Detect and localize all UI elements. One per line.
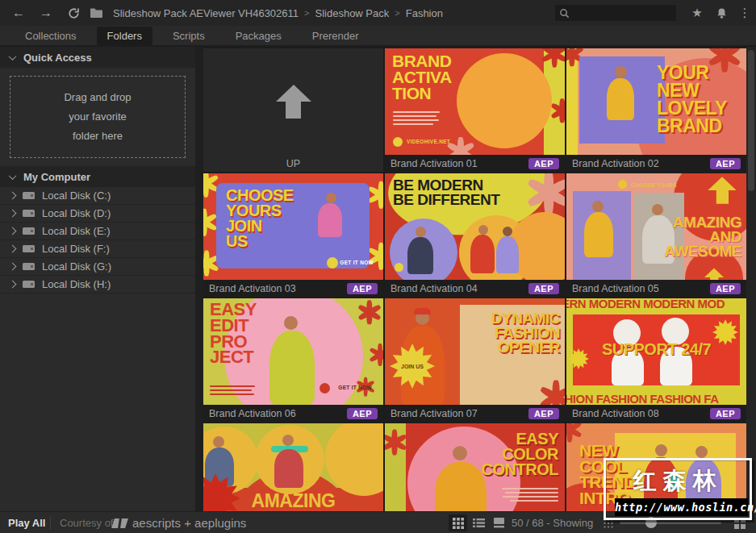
sidebar-item-local-disk-d[interactable]: Local Disk (D:) bbox=[0, 205, 195, 223]
tab-packages[interactable]: Packages bbox=[225, 27, 292, 45]
site-label: VIDEOHIVE.NET bbox=[407, 139, 450, 144]
aep-badge: AEP bbox=[528, 408, 559, 419]
grid-item-brand-activation-04[interactable]: BE MODERN BE DIFFERENT Brand Activation … bbox=[385, 173, 565, 297]
asterisk-shape bbox=[550, 98, 565, 123]
aep-badge: AEP bbox=[528, 283, 559, 294]
tab-scripts[interactable]: Scripts bbox=[162, 27, 215, 45]
quick-access-header[interactable]: Quick Access bbox=[0, 47, 195, 68]
thumb-caption-bar: Brand Activation 04 AEP bbox=[385, 280, 565, 297]
grid-view-button[interactable] bbox=[449, 514, 467, 531]
refresh-icon[interactable] bbox=[63, 0, 84, 26]
harddrive-icon bbox=[23, 263, 35, 270]
band-text-bottom: SHION FASHION FASHION FA bbox=[566, 394, 719, 405]
asterisk-shape bbox=[367, 243, 383, 270]
thumb-headline: BE MODERN BE DIFFERENT bbox=[393, 178, 499, 207]
items-count-label: 50 / 68 - Showing bbox=[512, 512, 593, 533]
chevron-right-icon bbox=[9, 263, 17, 271]
list-view-button[interactable] bbox=[470, 514, 488, 531]
back-icon[interactable]: ← bbox=[8, 0, 29, 26]
breadcrumb-current[interactable]: Fashion bbox=[406, 7, 443, 19]
grid-item-brand-activation-02[interactable]: YOUR NEW LOVELY BRAND Brand Activation 0… bbox=[566, 48, 746, 172]
thumb-title: Brand Activation 03 bbox=[209, 283, 296, 294]
thumbnail-preview[interactable]: AMAZING PROJECT bbox=[203, 423, 383, 511]
grid-item-brand-activation-07[interactable]: DYNAMIC FASHION OPENER JOIN US Brand Act… bbox=[385, 298, 565, 422]
drive-label: Local Disk (E:) bbox=[42, 225, 111, 237]
grid-item-row4-2[interactable]: EASY COLOR CONTROL bbox=[385, 423, 565, 511]
harddrive-icon bbox=[23, 245, 35, 252]
search-box[interactable] bbox=[555, 5, 676, 21]
asterisk-shape bbox=[367, 181, 383, 209]
grid-item-brand-activation-03[interactable]: CHOOSE YOURS JOIN US GET IT NOW Brand Ac… bbox=[203, 173, 383, 297]
aep-badge: AEP bbox=[710, 283, 741, 294]
sidebar-item-local-disk-e[interactable]: Local Disk (E:) bbox=[0, 223, 195, 240]
kebab-menu-icon[interactable]: ⋮ bbox=[734, 0, 755, 26]
notifications-bell-icon[interactable] bbox=[711, 0, 732, 26]
grid-item-brand-activation-06[interactable]: EASY EDIT PRO JECT GET IT NOW Brand Acti… bbox=[203, 298, 383, 422]
chevron-right-icon bbox=[9, 192, 17, 200]
thumb-headline: CHOOSE YOURS JOIN US bbox=[226, 188, 294, 249]
tab-folders[interactable]: Folders bbox=[97, 27, 152, 45]
asterisk-shape bbox=[566, 423, 583, 443]
drive-label: Local Disk (H:) bbox=[42, 278, 111, 290]
go-up-folder-tile[interactable]: UP bbox=[203, 48, 383, 172]
sidebar-item-local-disk-f[interactable]: Local Disk (F:) bbox=[0, 240, 195, 258]
thumbnail-preview[interactable]: BRAND ACTIVA TION VIDEOHIVE.NET bbox=[385, 48, 565, 155]
asterisk-shape bbox=[385, 430, 407, 456]
aescripts-brand-label: aescripts + aeplugins bbox=[132, 512, 246, 533]
burst-label: JOIN US bbox=[401, 364, 424, 369]
thumb-headline: DYNAMIC FASHION OPENER bbox=[491, 311, 560, 355]
thumbnail-preview[interactable]: EASY EDIT PRO JECT GET IT NOW bbox=[203, 298, 383, 405]
favorite-star-icon[interactable]: ★ bbox=[687, 0, 708, 26]
detail-view-button[interactable] bbox=[490, 514, 508, 531]
grid-item-brand-activation-08[interactable]: ERN MODERN MODERN MOD SHION FASHION FASH… bbox=[566, 298, 746, 422]
thumb-title: Brand Activation 08 bbox=[572, 408, 659, 419]
thumbnail-preview[interactable]: YOUR NEW LOVELY BRAND bbox=[566, 48, 746, 155]
thumbnail-preview[interactable]: BE MODERN BE DIFFERENT bbox=[385, 173, 565, 280]
thumbnail-preview[interactable]: CHOOSE YOURS AMAZING AND AWESOME bbox=[566, 173, 746, 280]
breadcrumb-root[interactable]: Slideshow Pack AEViewer VH46302611 bbox=[113, 7, 299, 19]
arrow-badge-icon bbox=[393, 137, 403, 147]
play-all-button[interactable]: Play All bbox=[8, 512, 45, 533]
sidebar-item-local-disk-h[interactable]: Local Disk (H:) bbox=[0, 276, 195, 294]
up-arrow-shape bbox=[708, 177, 736, 204]
vertical-scrollbar[interactable] bbox=[746, 47, 756, 511]
thumb-title: Brand Activation 07 bbox=[391, 408, 478, 419]
thumb-caption-bar: Brand Activation 05 AEP bbox=[566, 280, 746, 297]
forward-icon[interactable]: → bbox=[36, 0, 56, 26]
thumb-headline: SUPPORT 24/7 bbox=[566, 342, 746, 357]
aescripts-logo bbox=[111, 518, 128, 528]
sidebar-item-local-disk-c[interactable]: Local Disk (C:) bbox=[0, 187, 195, 205]
search-input[interactable] bbox=[570, 7, 666, 19]
grid-item-brand-activation-05[interactable]: CHOOSE YOURS AMAZING AND AWESOME Brand A… bbox=[566, 173, 746, 297]
breadcrumb-pack[interactable]: Slideshow Pack bbox=[315, 7, 390, 19]
quick-access-title: Quick Access bbox=[23, 52, 92, 64]
tab-prerender[interactable]: Prerender bbox=[302, 27, 370, 45]
decor-circle bbox=[457, 53, 552, 148]
favorite-folder-dropzone[interactable]: Drag and drop your favorite folder here bbox=[10, 76, 186, 158]
aep-badge: AEP bbox=[347, 408, 378, 419]
sidebar-item-local-disk-g[interactable]: Local Disk (G:) bbox=[0, 258, 195, 276]
thumb-caption-bar: Brand Activation 01 AEP bbox=[385, 155, 565, 172]
grid-item-brand-activation-01[interactable]: BRAND ACTIVA TION VIDEOHIVE.NET Brand Ac… bbox=[385, 48, 565, 172]
thumb-headline: YOUR NEW LOVELY BRAND bbox=[657, 65, 727, 135]
grid-item-row4-1[interactable]: AMAZING PROJECT bbox=[203, 423, 383, 511]
thumbnail-preview[interactable]: ERN MODERN MODERN MOD SHION FASHION FASH… bbox=[566, 298, 746, 405]
search-icon bbox=[559, 8, 570, 19]
thumbnail-size-slider[interactable] bbox=[620, 522, 721, 524]
thumb-title: Brand Activation 02 bbox=[572, 158, 659, 169]
thumbnail-grid: UP BRAND ACTIVA TION VIDEOHIVE.NET Brand… bbox=[203, 47, 746, 511]
my-computer-header[interactable]: My Computer bbox=[0, 166, 195, 187]
harddrive-icon bbox=[23, 192, 35, 199]
tab-collections[interactable]: Collections bbox=[15, 27, 87, 45]
separator bbox=[50, 516, 51, 530]
scrollbar-thumb[interactable] bbox=[748, 50, 754, 191]
up-arrow-icon bbox=[276, 85, 311, 119]
breadcrumb: Slideshow Pack AEViewer VH46302611 > Sli… bbox=[113, 0, 443, 26]
thumbnail-preview[interactable]: EASY COLOR CONTROL bbox=[385, 423, 565, 511]
thumb-headline: EASY COLOR CONTROL bbox=[482, 431, 558, 477]
my-computer-title: My Computer bbox=[23, 171, 90, 183]
harddrive-icon bbox=[23, 227, 35, 235]
thumbnail-preview[interactable]: CHOOSE YOURS JOIN US GET IT NOW bbox=[203, 173, 383, 280]
thumb-caption-bar: Brand Activation 07 AEP bbox=[385, 405, 565, 422]
thumbnail-preview[interactable]: DYNAMIC FASHION OPENER JOIN US bbox=[385, 298, 565, 405]
